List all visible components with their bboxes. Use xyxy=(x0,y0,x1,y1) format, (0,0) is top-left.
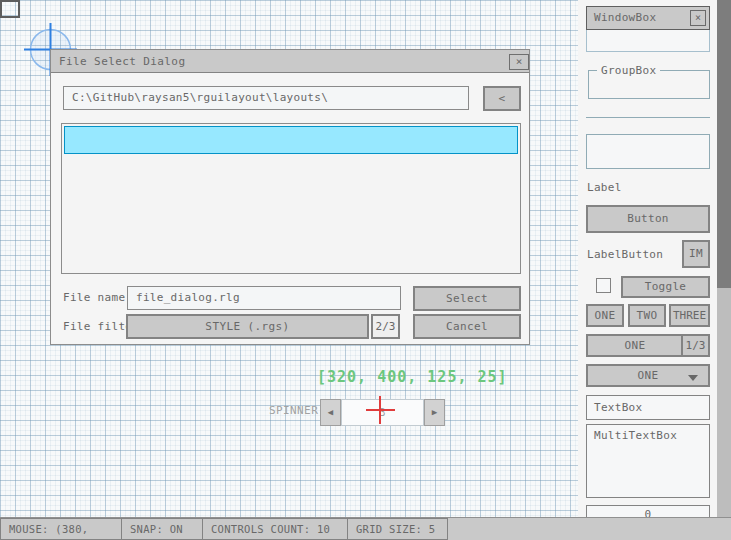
palette-windowbox-close-icon: × xyxy=(690,10,706,26)
palette-textbox[interactable]: TextBox xyxy=(586,395,710,420)
palette-windowbox-titlebar: WindowBox × xyxy=(586,6,710,30)
palette-scrollbar-thumb[interactable] xyxy=(717,288,731,517)
canvas-origin-box xyxy=(0,0,20,18)
file-listview[interactable] xyxy=(61,123,521,274)
palette-windowbox[interactable]: WindowBox × xyxy=(586,6,710,52)
status-bar: MOUSE: (380, 410) SNAP: ON CONTROLS COUN… xyxy=(0,517,731,540)
spinner-decrement-icon[interactable]: ◀ xyxy=(320,399,341,426)
controls-palette: WindowBox × GroupBox Label Button LabelB… xyxy=(578,0,717,517)
palette-valuebox[interactable]: 0 xyxy=(586,505,710,517)
palette-dropdownbox[interactable]: ONE xyxy=(586,364,710,387)
palette-label[interactable]: Label xyxy=(587,181,622,194)
palette-imagebutton[interactable]: IM xyxy=(682,240,710,268)
spinner-increment-icon[interactable]: ▶ xyxy=(424,399,445,426)
file-name-label: File name: xyxy=(63,286,132,310)
path-back-button[interactable]: < xyxy=(483,86,521,111)
palette-windowbox-title: WindowBox xyxy=(594,7,656,29)
palette-togglegroup-three[interactable]: THREE xyxy=(669,304,710,327)
palette-dropdownbox-value: ONE xyxy=(638,369,659,382)
select-button[interactable]: Select xyxy=(413,286,521,311)
listview-selected-item[interactable] xyxy=(64,126,518,154)
chevron-down-icon xyxy=(688,375,698,381)
status-grid-size: GRID SIZE: 5 xyxy=(347,518,448,540)
path-input[interactable]: C:\GitHub\raysan5\rguilayout\layouts\ xyxy=(63,86,469,110)
spinner-value-box[interactable]: 3 xyxy=(341,399,424,426)
status-mouse: MOUSE: (380, 410) xyxy=(0,518,122,540)
spinner-control-label: SPINNER xyxy=(269,404,318,417)
status-snap: SNAP: ON xyxy=(121,518,203,540)
palette-groupbox[interactable]: GroupBox xyxy=(588,70,710,99)
palette-groupbox-label: GroupBox xyxy=(597,64,660,77)
palette-togglegroup-two[interactable]: TWO xyxy=(628,304,666,327)
file-select-dialog: File Select Dialog × C:\GitHub\raysan5\r… xyxy=(50,49,530,345)
dialog-close-icon[interactable]: × xyxy=(509,54,529,70)
status-controls-count: CONTROLS COUNT: 10 xyxy=(202,518,348,540)
palette-line[interactable] xyxy=(586,117,710,118)
selection-rect-info: [320, 400, 125, 25] xyxy=(317,368,508,386)
file-name-input[interactable]: file_dialog.rlg xyxy=(127,286,401,310)
mouse-cursor-crosshair-icon xyxy=(379,396,381,424)
palette-panel[interactable] xyxy=(586,134,710,169)
layout-editor-window: File Select Dialog × C:\GitHub\raysan5\r… xyxy=(0,0,731,540)
palette-toggle[interactable]: Toggle xyxy=(621,276,710,298)
palette-button[interactable]: Button xyxy=(586,205,710,233)
palette-togglegroup-one[interactable]: ONE xyxy=(586,304,624,327)
palette-windowbox-body xyxy=(586,30,710,52)
palette-combobox[interactable]: ONE xyxy=(586,334,684,357)
palette-checkbox[interactable] xyxy=(596,278,611,293)
palette-multitextbox[interactable]: MultiTextBox xyxy=(586,424,710,498)
palette-labelbutton[interactable]: LabelButton xyxy=(587,248,663,261)
file-filter-counter[interactable]: 2/3 xyxy=(371,314,400,339)
palette-combobox-counter[interactable]: 1/3 xyxy=(681,334,710,357)
dialog-title: File Select Dialog xyxy=(59,50,185,73)
palette-scrollbar[interactable] xyxy=(717,0,731,517)
file-filter-combobox[interactable]: STYLE (.rgs) xyxy=(126,314,369,339)
cancel-button[interactable]: Cancel xyxy=(413,314,521,339)
dialog-titlebar[interactable]: File Select Dialog xyxy=(51,50,529,73)
